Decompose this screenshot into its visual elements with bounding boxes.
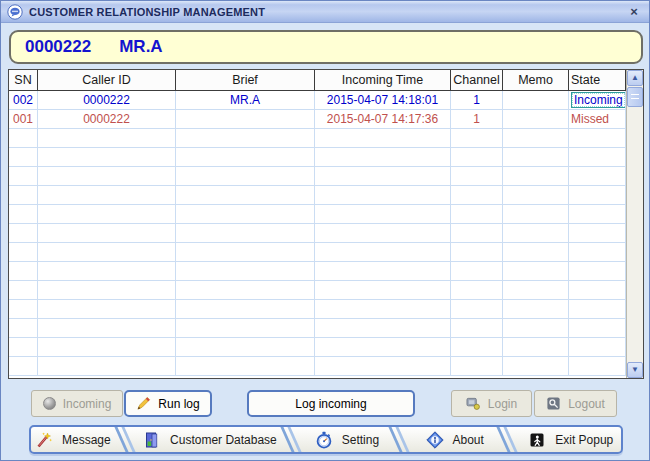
cell-state: Incoming [569, 91, 626, 110]
info-diamond-icon [426, 431, 444, 449]
globe-icon [43, 397, 56, 410]
run-log-button[interactable]: Run log [124, 390, 212, 417]
selected-state-cell[interactable]: Incoming [571, 92, 626, 108]
table-row-empty [9, 281, 626, 300]
cell-sn: 002 [9, 91, 38, 110]
caller-banner: 0000222 MR.A [9, 30, 643, 64]
column-header-incoming-time[interactable]: Incoming Time [315, 70, 451, 91]
table-row-empty [9, 129, 626, 148]
cell-state: Missed [569, 110, 626, 129]
tab-message[interactable]: Message [31, 427, 115, 452]
log-incoming-button-label: Log incoming [295, 397, 366, 411]
logout-button-label: Logout [568, 397, 605, 411]
table-row-empty [9, 319, 626, 338]
tab-setting[interactable]: Setting [305, 427, 389, 452]
cell-incoming-time: 2015-04-07 14:18:01 [315, 91, 451, 110]
cell-brief: MR.A [176, 91, 315, 110]
column-header-state[interactable]: State [569, 70, 626, 91]
pencil-icon [136, 396, 151, 411]
table-header-row: SN Caller ID Brief Incoming Time Channel… [9, 70, 626, 91]
login-button[interactable]: Login [451, 390, 532, 417]
tab-about[interactable]: About [413, 427, 497, 452]
column-header-channel[interactable]: Channel [451, 70, 503, 91]
door-icon [143, 431, 161, 449]
table-row-empty [9, 167, 626, 186]
table-row-empty [9, 243, 626, 262]
tab-exit-popup[interactable]: Exit Popup [521, 427, 621, 452]
speech-bubble-icon [7, 4, 23, 20]
table-row-empty [9, 338, 626, 357]
cell-brief [176, 110, 315, 129]
table-row[interactable]: 002 0000222 MR.A 2015-04-07 14:18:01 1 I… [9, 91, 626, 110]
vertical-scrollbar[interactable]: ▲ ▼ [626, 70, 643, 378]
table-row[interactable]: 001 0000222 2015-04-07 14:17:36 1 Missed [9, 110, 626, 129]
log-incoming-button[interactable]: Log incoming [247, 390, 415, 417]
column-header-caller-id[interactable]: Caller ID [38, 70, 176, 91]
cell-memo [503, 91, 569, 110]
incoming-button-label: Incoming [63, 397, 112, 411]
stopwatch-icon [315, 431, 333, 449]
table-body: 002 0000222 MR.A 2015-04-07 14:18:01 1 I… [9, 91, 626, 376]
tab-about-label: About [453, 433, 484, 447]
window-title: CUSTOMER RELATIONSHIP MANAGEMENT [29, 6, 265, 18]
column-header-sn[interactable]: SN [9, 70, 38, 91]
cell-sn: 001 [9, 110, 38, 129]
cell-channel: 1 [451, 91, 503, 110]
table-row-empty [9, 262, 626, 281]
incoming-button[interactable]: Incoming [31, 390, 123, 417]
run-log-button-label: Run log [158, 397, 199, 411]
table-grid: SN Caller ID Brief Incoming Time Channel… [9, 70, 626, 378]
crm-window: CUSTOMER RELATIONSHIP MANAGEMENT × 00002… [0, 0, 650, 461]
column-header-memo[interactable]: Memo [503, 70, 569, 91]
logout-key-icon [546, 396, 561, 411]
cell-caller-id: 0000222 [38, 110, 176, 129]
table-row-empty [9, 357, 626, 376]
cell-memo [503, 110, 569, 129]
title-bar: CUSTOMER RELATIONSHIP MANAGEMENT × [1, 1, 649, 23]
tab-customer-database[interactable]: Customer Database [139, 427, 281, 452]
tab-customer-database-label: Customer Database [170, 433, 277, 447]
logout-button[interactable]: Logout [534, 390, 617, 417]
tab-message-label: Message [62, 433, 111, 447]
tab-setting-label: Setting [342, 433, 379, 447]
exit-icon [528, 431, 546, 449]
table-row-empty [9, 148, 626, 167]
tab-separator [281, 427, 305, 452]
call-log-table: SN Caller ID Brief Incoming Time Channel… [8, 69, 644, 379]
login-key-icon [466, 396, 481, 411]
caller-name: MR.A [119, 37, 162, 57]
tab-separator [115, 427, 139, 452]
caller-number: 0000222 [25, 37, 91, 57]
table-row-empty [9, 224, 626, 243]
column-header-brief[interactable]: Brief [176, 70, 315, 91]
scroll-up-button[interactable]: ▲ [627, 70, 643, 86]
cell-caller-id: 0000222 [38, 91, 176, 110]
login-button-label: Login [488, 397, 517, 411]
table-row-empty [9, 186, 626, 205]
table-row-empty [9, 205, 626, 224]
close-button[interactable]: × [625, 4, 643, 20]
magic-wand-icon [35, 431, 53, 449]
cell-incoming-time: 2015-04-07 14:17:36 [315, 110, 451, 129]
scroll-down-button[interactable]: ▼ [627, 362, 643, 378]
scrollbar-thumb[interactable] [627, 87, 643, 107]
tab-separator [389, 427, 413, 452]
bottom-tab-bar: Message Customer Database Setting [29, 425, 623, 454]
cell-channel: 1 [451, 110, 503, 129]
table-row-empty [9, 300, 626, 319]
tab-exit-popup-label: Exit Popup [555, 433, 613, 447]
tab-separator [497, 427, 521, 452]
